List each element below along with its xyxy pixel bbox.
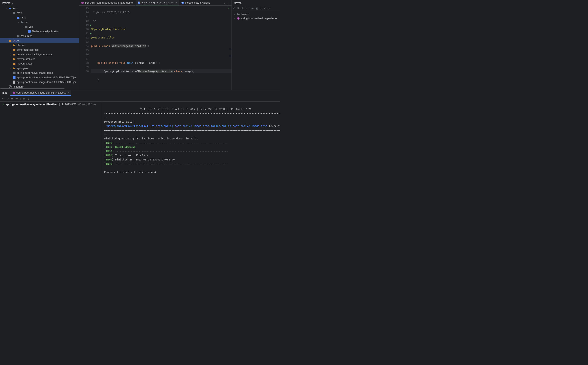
file-icon: [12, 80, 16, 84]
folder-icon: [12, 49, 16, 51]
run-icon[interactable]: ▶: [252, 7, 254, 10]
rerun-failed-icon[interactable]: ⇄: [7, 97, 9, 100]
gitignore-icon: [8, 85, 12, 88]
console-output[interactable]: 2.3s (5.5% of total time) in 51 GCs | Pe…: [102, 102, 280, 174]
execute-icon[interactable]: ▣: [256, 7, 258, 10]
tree-item-java[interactable]: ⌄ java: [0, 15, 79, 20]
package-icon: [24, 26, 28, 28]
binary-icon: [12, 71, 16, 75]
folder-icon: [12, 58, 16, 60]
folder-icon: [12, 44, 16, 47]
tree-item-resources[interactable]: resources: [0, 34, 79, 38]
project-header[interactable]: Project ⌄: [0, 0, 79, 6]
tree-item-cn[interactable]: ⌄ cn: [0, 20, 79, 24]
run-gutter-icon[interactable]: ▶: [90, 23, 91, 27]
chevron-right-icon: ›: [9, 58, 12, 60]
folder-icon: [12, 53, 16, 56]
svg-text:C: C: [182, 2, 183, 4]
refresh-icon[interactable]: ⟳: [233, 7, 235, 10]
maven-tool-window: Maven ⟳ ⎘ ⬇ + | ▶ ▣ ⊘ ⊘ × › Profiles: [232, 0, 280, 90]
tree-item-exec[interactable]: spring-boot-native-image-demo: [0, 70, 79, 75]
scrollbar-marker: [229, 56, 231, 56]
svg-text:C: C: [29, 30, 30, 32]
maven-toolbar: ⟳ ⎘ ⬇ + | ▶ ▣ ⊘ ⊘ ×: [232, 6, 280, 11]
code-editor[interactable]: 15 16 17 18 19 20 21 22 23 24 25 26 27 2…: [79, 6, 232, 90]
tree-item-generated-sources[interactable]: › generated-sources: [0, 48, 79, 52]
svg-text:m: m: [238, 18, 239, 19]
editor-tabs: m pom.xml (spring-boot-native-image-demo…: [79, 0, 232, 6]
toggle-offline-icon[interactable]: ⊘: [260, 7, 262, 10]
maven-project[interactable]: › m spring-boot-native-image-demo: [232, 16, 280, 21]
chevron-down-icon: ⌄: [21, 26, 24, 28]
maven-profiles[interactable]: › Profiles: [232, 12, 280, 16]
project-tool-window: Project ⌄ ⌄ src ⌄ main ⌄ java: [0, 0, 79, 90]
horizontal-scrollbar[interactable]: [0, 88, 79, 90]
class-icon: C: [138, 1, 140, 4]
run-gutter-icon[interactable]: ▶: [90, 31, 91, 35]
chevron-right-icon: ›: [9, 53, 12, 56]
chevron-right-icon: ›: [9, 67, 12, 69]
tree-item-target[interactable]: ⌄ target: [0, 38, 79, 43]
svg-line-5: [9, 85, 11, 88]
generate-sources-icon[interactable]: ⎘: [237, 7, 239, 10]
close-icon[interactable]: ×: [176, 1, 177, 4]
svg-text:m: m: [82, 2, 83, 4]
close-icon[interactable]: ×: [68, 91, 69, 94]
chevron-right-icon: ›: [233, 17, 236, 19]
skip-tests-icon[interactable]: ⊘: [264, 7, 266, 10]
tab-native-app[interactable]: C NativeImageApplication.java ×: [136, 0, 179, 5]
tree-item-spring-aot[interactable]: › spring-aot: [0, 66, 79, 70]
tree-item-src[interactable]: ⌄ src: [0, 6, 79, 11]
tab-actions: ⌄ ⋮: [223, 1, 232, 4]
close-icon[interactable]: ×: [268, 7, 270, 10]
svg-text:C: C: [138, 2, 140, 4]
run-tool-label[interactable]: Run: [2, 91, 7, 94]
tree-item-main[interactable]: ⌄ main: [0, 11, 79, 15]
project-tree[interactable]: ⌄ src ⌄ main ⌄ java ⌄ cn: [0, 6, 79, 88]
maven-icon: m: [237, 17, 240, 20]
chevron-down-icon: ⌄: [5, 7, 8, 9]
download-icon[interactable]: ⬇: [241, 7, 243, 10]
tree-item-maven-status[interactable]: › maven-status: [0, 61, 79, 66]
more-icon[interactable]: ⋮: [227, 1, 230, 4]
maven-header[interactable]: Maven: [232, 0, 280, 6]
scrollbar-marker: [229, 49, 231, 49]
add-icon[interactable]: +: [245, 7, 247, 10]
code-content[interactable]: * @since 2023/8/19 17:14 */ @SpringBootA…: [91, 6, 232, 90]
more-icon[interactable]: ⋮: [32, 97, 35, 100]
scrollbar-thumb[interactable]: [0, 88, 64, 89]
chevron-down-icon: ⌄: [11, 1, 14, 4]
run-tool-window: Run m spring-boot-native-image-demo [-Pn…: [0, 90, 280, 174]
chevron-right-icon: ›: [9, 49, 12, 51]
run-tree[interactable]: ✓ spring-boot-native-image-demo [-Pnativ…: [0, 102, 102, 174]
tab-response-entity[interactable]: C ResponseEntity.class: [179, 0, 212, 5]
folder-icon: [237, 13, 240, 15]
export-icon[interactable]: ↥: [27, 97, 29, 100]
chevron-down-icon: ⌄: [17, 21, 21, 23]
tree-item-gitignore[interactable]: .gitignore: [0, 84, 79, 88]
tree-item-classes[interactable]: › classes: [0, 43, 79, 48]
run-toolbar: ↻ ⇄ ■ 👁 | ⎙ ↥ ⋮: [0, 96, 280, 102]
class-icon: C: [181, 1, 184, 4]
chevron-right-icon: ›: [9, 44, 12, 46]
tree-item-jar1[interactable]: spring-boot-native-image-demo-1.0-SNAPSH…: [0, 75, 79, 80]
rerun-icon[interactable]: ↻: [2, 97, 4, 100]
chevron-down-icon[interactable]: ⌄: [223, 1, 226, 4]
tree-item-vlts[interactable]: ⌄ vlts: [0, 24, 79, 29]
tree-item-maven-archiver[interactable]: › maven-archiver: [0, 57, 79, 61]
tree-item-jar2[interactable]: spring-boot-native-image-demo-1.0-SNAPSH…: [0, 80, 79, 84]
maven-tree[interactable]: › Profiles › m spring-boot-native-image-…: [232, 11, 280, 21]
folder-icon: [16, 35, 20, 37]
run-tree-row[interactable]: ✓ spring-boot-native-image-demo [-Pnativ…: [2, 103, 100, 106]
tree-item-graalvm-meta[interactable]: › graalvm-reachability-metadata: [0, 52, 79, 57]
artifact-path-link[interactable]: /Users/throwable/Projects/J-Projects/spr…: [104, 124, 267, 127]
folder-icon: [16, 16, 20, 19]
tab-pom[interactable]: m pom.xml (spring-boot-native-image-demo…: [79, 0, 136, 5]
stop-icon[interactable]: ■: [11, 97, 13, 100]
editor-scrollbar[interactable]: [229, 6, 232, 90]
show-icon[interactable]: 👁: [15, 97, 18, 100]
run-config-tab[interactable]: m spring-boot-native-image-demo [-Pnativ…: [10, 90, 71, 96]
tree-item-native-app[interactable]: C NativeImageApplication: [0, 29, 79, 34]
camera-icon[interactable]: ⎙: [23, 97, 25, 100]
jar-icon: [12, 76, 16, 79]
